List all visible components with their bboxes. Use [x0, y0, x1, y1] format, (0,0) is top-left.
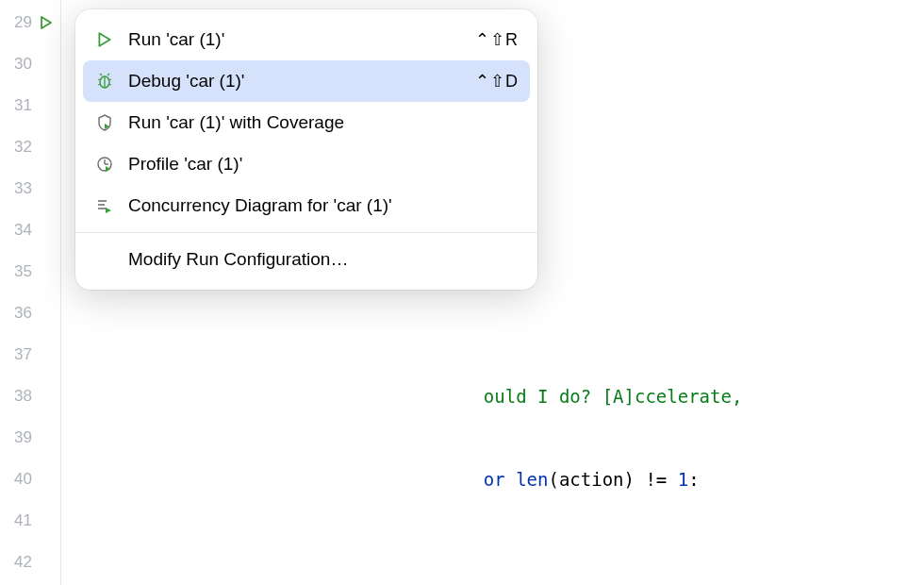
run-gutter-icon[interactable]: [38, 15, 55, 30]
keyboard-shortcut: ⌃⇧D: [475, 71, 519, 92]
menu-separator: [75, 232, 537, 233]
gutter-row[interactable]: 38: [0, 376, 60, 417]
menu-item-modify-config[interactable]: Modify Run Configuration…: [75, 239, 537, 280]
menu-item-label: Run 'car (1)' with Coverage: [128, 112, 519, 133]
gutter-row[interactable]: 37: [0, 334, 60, 376]
coverage-icon: [94, 112, 115, 133]
gutter-row[interactable]: 40: [0, 459, 60, 500]
menu-item-coverage[interactable]: Run 'car (1)' with Coverage: [75, 102, 537, 143]
keyword: or: [484, 469, 516, 490]
gutter-row[interactable]: 29: [0, 2, 60, 43]
line-number: 36: [8, 292, 32, 334]
menu-item-label: Modify Run Configuration…: [128, 249, 519, 270]
gutter-row[interactable]: 39: [0, 417, 60, 459]
line-number: 41: [8, 500, 32, 542]
line-number: 32: [8, 126, 32, 168]
blank-icon: [94, 249, 115, 270]
line-number: 37: [8, 334, 32, 376]
svg-line-7: [107, 74, 109, 75]
gutter-row[interactable]: 34: [0, 209, 60, 251]
line-number: 33: [8, 168, 32, 209]
line-number: 42: [8, 542, 32, 583]
run-icon: [94, 29, 115, 50]
line-number: 30: [8, 43, 32, 85]
menu-item-concurrency[interactable]: Concurrency Diagram for 'car (1)': [75, 185, 537, 226]
menu-item-run[interactable]: Run 'car (1)' ⌃⇧R: [75, 19, 537, 60]
code-text: :: [688, 469, 699, 490]
debug-icon: [94, 71, 115, 92]
menu-item-profile[interactable]: Profile 'car (1)': [75, 143, 537, 185]
menu-item-label: Debug 'car (1)': [128, 71, 462, 92]
gutter-row[interactable]: 42: [0, 542, 60, 583]
gutter: 29 30 31 32 33 34 35 36 37 38 39 40 41 4…: [0, 0, 60, 585]
gutter-row[interactable]: 41: [0, 500, 60, 542]
builtin: len: [516, 469, 548, 490]
line-number: 39: [8, 417, 32, 459]
code-line: [95, 542, 924, 583]
gutter-row[interactable]: 36: [0, 292, 60, 334]
keyboard-shortcut: ⌃⇧R: [475, 29, 519, 50]
code-line: ould I do? [A]ccelerate,: [95, 376, 924, 417]
gutter-row[interactable]: 31: [0, 85, 60, 126]
code-text: (action) !=: [548, 469, 677, 490]
line-number: 38: [8, 376, 32, 417]
line-number: 29: [8, 2, 32, 43]
profile-icon: [94, 154, 115, 175]
gutter-row[interactable]: 35: [0, 251, 60, 292]
menu-item-label: Concurrency Diagram for 'car (1)': [128, 195, 519, 216]
line-number: 40: [8, 459, 32, 500]
gutter-row[interactable]: 32: [0, 126, 60, 168]
line-number: 34: [8, 209, 32, 251]
menu-item-debug[interactable]: Debug 'car (1)' ⌃⇧D: [83, 60, 530, 102]
code-line: [95, 292, 924, 334]
gutter-row[interactable]: 33: [0, 168, 60, 209]
line-number: 31: [8, 85, 32, 126]
menu-item-label: Run 'car (1)': [128, 29, 462, 50]
string-literal: ould I do? [A]ccelerate,: [484, 386, 743, 407]
menu-item-label: Profile 'car (1)': [128, 154, 519, 175]
run-context-menu: Run 'car (1)' ⌃⇧R Debug 'car (1)' ⌃⇧D Ru…: [75, 9, 537, 290]
code-line: or len(action) != 1:: [95, 459, 924, 500]
concurrency-icon: [94, 195, 115, 216]
number: 1: [678, 469, 688, 490]
gutter-row[interactable]: 30: [0, 43, 60, 85]
svg-line-6: [100, 74, 102, 75]
line-number: 35: [8, 251, 32, 292]
